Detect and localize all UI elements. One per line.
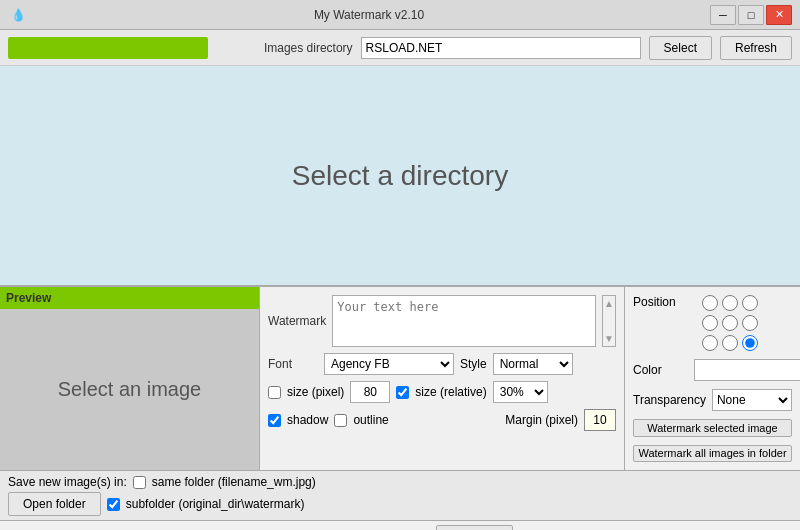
window-title: My Watermark v2.10 xyxy=(28,8,710,22)
select-directory-text: Select a directory xyxy=(292,160,508,192)
position-radio-mc[interactable] xyxy=(722,315,738,331)
position-label: Position xyxy=(633,295,688,309)
watermark-scrollbar[interactable]: ▲ ▼ xyxy=(602,295,616,347)
title-bar: 💧 My Watermark v2.10 ─ □ ✕ xyxy=(0,0,800,30)
size-relative-label: size (relative) xyxy=(415,385,486,399)
position-radio-br[interactable] xyxy=(742,335,758,351)
color-input[interactable] xyxy=(694,359,800,381)
refresh-button[interactable]: Refresh xyxy=(720,36,792,60)
outline-label: outline xyxy=(353,413,388,427)
window-controls: ─ □ ✕ xyxy=(710,5,792,25)
clean-db-button[interactable]: Clean DB xyxy=(436,525,513,530)
main-preview-area: Select a directory xyxy=(0,66,800,286)
shadow-checkbox[interactable] xyxy=(268,414,281,427)
watermark-textarea[interactable] xyxy=(332,295,596,347)
shadow-label: shadow xyxy=(287,413,328,427)
middle-section: Preview Select an image Watermark ▲ ▼ Fo… xyxy=(0,286,800,470)
font-label: Font xyxy=(268,357,318,371)
watermark-all-button[interactable]: Watermark all images in folder xyxy=(633,445,792,463)
position-section: Position xyxy=(633,295,792,351)
color-row: Color xyxy=(633,359,792,381)
close-button[interactable]: ✕ xyxy=(766,5,792,25)
size-pixel-checkbox[interactable] xyxy=(268,386,281,399)
position-radio-tl[interactable] xyxy=(702,295,718,311)
shadow-outline-row: shadow outline Margin (pixel) xyxy=(268,409,616,431)
green-progress-bar xyxy=(8,37,208,59)
images-directory-input[interactable] xyxy=(361,37,641,59)
save-label: Save new image(s) in: xyxy=(8,475,127,489)
margin-input[interactable] xyxy=(584,409,616,431)
app-icon: 💧 xyxy=(8,5,28,25)
select-image-text: Select an image xyxy=(58,378,201,401)
same-folder-checkbox[interactable] xyxy=(133,476,146,489)
status-bar: store thumbnails to improve performance … xyxy=(0,520,800,530)
subfolder-label: subfolder (original_dir\watermark) xyxy=(126,497,305,511)
font-style-row: Font Agency FB Style Normal Bold Italic … xyxy=(268,353,616,375)
color-label: Color xyxy=(633,363,688,377)
font-select[interactable]: Agency FB xyxy=(324,353,454,375)
outline-checkbox[interactable] xyxy=(334,414,347,427)
maximize-button[interactable]: □ xyxy=(738,5,764,25)
right-panel: Position Color Transparency None 10% xyxy=(625,287,800,470)
same-folder-label: same folder (filename_wm.jpg) xyxy=(152,475,316,489)
subfolder-checkbox[interactable] xyxy=(107,498,120,511)
toolbar: Images directory Select Refresh xyxy=(0,30,800,66)
preview-label: Preview xyxy=(0,287,259,309)
margin-label: Margin (pixel) xyxy=(505,413,578,427)
size-row: size (pixel) size (relative) 30% 10% 20%… xyxy=(268,381,616,403)
watermark-panel: Watermark ▲ ▼ Font Agency FB Style Norma… xyxy=(260,287,625,470)
transparency-select[interactable]: None 10% 20% 30% 40% 50% xyxy=(712,389,792,411)
style-select[interactable]: Normal Bold Italic Bold Italic xyxy=(493,353,573,375)
size-pixel-label: size (pixel) xyxy=(287,385,344,399)
position-radio-tr[interactable] xyxy=(742,295,758,311)
minimize-button[interactable]: ─ xyxy=(710,5,736,25)
position-radio-tc[interactable] xyxy=(722,295,738,311)
save-same-folder-row: Save new image(s) in: same folder (filen… xyxy=(8,475,792,489)
watermark-label: Watermark xyxy=(268,314,326,328)
open-folder-button[interactable]: Open folder xyxy=(8,492,101,516)
watermark-text-row: Watermark ▲ ▼ xyxy=(268,295,616,347)
size-relative-checkbox[interactable] xyxy=(396,386,409,399)
size-relative-select[interactable]: 30% 10% 20% 40% 50% xyxy=(493,381,548,403)
style-label: Style xyxy=(460,357,487,371)
transparency-row: Transparency None 10% 20% 30% 40% 50% xyxy=(633,389,792,411)
watermark-selected-button[interactable]: Watermark selected image xyxy=(633,419,792,437)
position-grid xyxy=(702,295,758,351)
position-radio-bl[interactable] xyxy=(702,335,718,351)
save-subfolder-row: Open folder subfolder (original_dir\wate… xyxy=(8,492,792,516)
transparency-label: Transparency xyxy=(633,393,706,407)
preview-panel: Preview Select an image xyxy=(0,287,260,470)
position-radio-mr[interactable] xyxy=(742,315,758,331)
status-row-1: store thumbnails to improve performance … xyxy=(0,521,800,530)
position-radio-bc[interactable] xyxy=(722,335,738,351)
preview-image-area: Select an image xyxy=(0,309,259,470)
select-button[interactable]: Select xyxy=(649,36,712,60)
save-section: Save new image(s) in: same folder (filen… xyxy=(0,470,800,520)
images-directory-label: Images directory xyxy=(264,41,353,55)
size-pixel-input[interactable] xyxy=(350,381,390,403)
position-radio-ml[interactable] xyxy=(702,315,718,331)
